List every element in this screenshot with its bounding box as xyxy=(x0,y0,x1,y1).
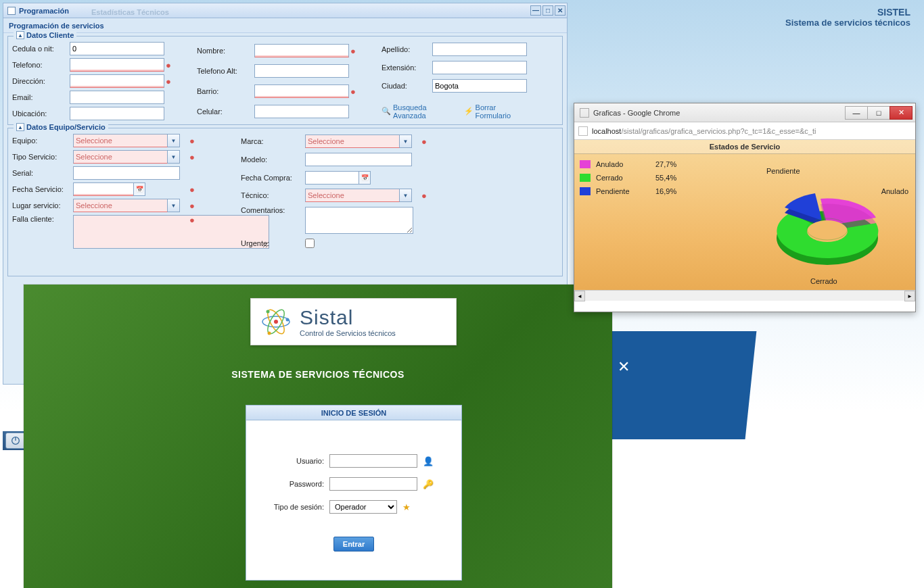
window-subtitle: Programación de servicios xyxy=(3,18,567,33)
label-lugar: Lugar servicio: xyxy=(12,201,73,210)
modelo-input[interactable] xyxy=(305,153,412,166)
chart-title: Estados de Servicio xyxy=(574,140,915,154)
fieldset-datos-cliente: ▲ Datos Cliente Cedula o nit: Telefono: … xyxy=(7,36,563,125)
warn-icon: ● xyxy=(420,191,432,201)
warn-icon: ● xyxy=(164,60,177,70)
ubicacion-input[interactable] xyxy=(70,107,164,120)
tipo-select[interactable] xyxy=(73,150,168,164)
fieldset-legend[interactable]: ▲ Datos Cliente xyxy=(14,31,76,39)
svg-point-10 xyxy=(807,220,848,242)
tecnico-select[interactable] xyxy=(305,189,400,202)
falla-textarea[interactable] xyxy=(73,215,269,249)
label-usuario: Usuario: xyxy=(260,457,324,465)
telefono-input[interactable] xyxy=(70,58,164,72)
chart-legend: Anulado27,7%Cerrado55,4%Pendiente16,9% xyxy=(580,160,676,195)
window-icon xyxy=(7,7,16,15)
serial-input[interactable] xyxy=(73,166,180,180)
pie-chart: Pendiente Anulado Cerrado xyxy=(753,167,902,289)
address-bar[interactable]: localhost/sistal/graficas/grafica_servic… xyxy=(574,122,915,140)
chrome-title: Graficas - Google Chrome xyxy=(593,109,846,117)
close-button[interactable]: ✕ xyxy=(890,106,913,120)
scroll-right-icon[interactable]: ► xyxy=(904,291,915,301)
label-celular: Celular: xyxy=(197,107,254,116)
warn-icon: ● xyxy=(188,201,200,211)
logo-box: Sistal Control de Servicios técnicos xyxy=(250,298,457,345)
calendar-icon[interactable]: 📅 xyxy=(133,182,145,196)
marca-select[interactable] xyxy=(305,134,400,148)
chevron-down-icon[interactable]: ▼ xyxy=(168,199,180,212)
app-subtitle: Sistema de servicios técnicos xyxy=(785,18,910,28)
busqueda-avanzada-link[interactable]: 🔍Busqueda Avanzada xyxy=(382,103,454,120)
chevron-down-icon[interactable]: ▼ xyxy=(400,189,412,202)
label-fserv: Fecha Servicio: xyxy=(12,185,73,193)
logo-text: Sistal Control de Servicios técnicos xyxy=(300,306,396,337)
lugar-select[interactable] xyxy=(73,199,168,212)
extension-input[interactable] xyxy=(432,61,527,74)
window-titlebar[interactable]: Programación Estadísticas Técnicos — □ ✕ xyxy=(3,3,567,18)
label-extension: Extensión: xyxy=(382,64,432,72)
direccion-input[interactable] xyxy=(70,74,164,88)
warn-icon: ● xyxy=(164,76,177,87)
legend-row: Cerrado55,4% xyxy=(580,174,676,182)
legend-value: 27,7% xyxy=(655,160,676,168)
ciudad-input[interactable] xyxy=(432,79,527,93)
cedula-input[interactable] xyxy=(70,42,164,55)
maximize-button[interactable]: □ xyxy=(867,106,890,120)
minimize-button[interactable]: — xyxy=(845,106,868,120)
chevron-down-icon[interactable]: ▼ xyxy=(168,134,180,147)
legend-name: Cerrado xyxy=(596,174,643,182)
ghost-tab: Estadísticas Técnicos xyxy=(91,8,169,16)
chrome-titlebar[interactable]: Graficas - Google Chrome — □ ✕ xyxy=(574,103,915,122)
label-barrio: Barrio: xyxy=(197,87,254,95)
atom-icon xyxy=(259,305,293,339)
apellido-input[interactable] xyxy=(432,43,527,56)
slice-label-anulado: Anulado xyxy=(881,187,908,195)
chevron-down-icon[interactable]: ▼ xyxy=(168,150,180,164)
calendar-icon[interactable]: 📅 xyxy=(359,171,371,185)
fieldset-legend[interactable]: ▲ Datos Equipo/Servicio xyxy=(14,123,108,131)
telalt-input[interactable] xyxy=(254,64,349,78)
chrome-window: Graficas - Google Chrome — □ ✕ localhost… xyxy=(574,103,916,312)
label-apellido: Apellido: xyxy=(382,45,432,53)
login-header: INICIO DE SESIÓN xyxy=(246,406,461,420)
usuario-input[interactable] xyxy=(329,454,417,468)
legend-name: Pendiente xyxy=(596,187,643,195)
maximize-button[interactable]: □ xyxy=(542,5,553,16)
celular-input[interactable] xyxy=(254,105,349,118)
window-title: Programación xyxy=(19,7,69,15)
app-title: SISTEL xyxy=(785,7,910,18)
login-overlay: Sistal Control de Servicios técnicos SIS… xyxy=(24,285,612,588)
label-email: Email: xyxy=(12,93,70,101)
password-input[interactable] xyxy=(329,477,417,491)
fecha-servicio-input[interactable] xyxy=(73,182,134,196)
borrar-formulario-link[interactable]: ⚡Borrar Formulario xyxy=(464,103,527,120)
swatch-icon xyxy=(580,160,591,168)
entrar-button[interactable]: Entrar xyxy=(333,537,374,552)
login-panel: INICIO DE SESIÓN Usuario: 👤 Password: 🔑 … xyxy=(246,405,462,581)
search-icon: 🔍 xyxy=(382,107,391,116)
nombre-input[interactable] xyxy=(254,44,349,57)
user-icon: 👤 xyxy=(423,456,434,466)
scroll-left-icon[interactable]: ◄ xyxy=(574,291,585,301)
chevron-down-icon[interactable]: ▼ xyxy=(400,134,412,148)
tipo-sesion-select[interactable]: Operador xyxy=(329,500,397,514)
barrio-input[interactable] xyxy=(254,84,349,98)
svg-point-6 xyxy=(286,318,290,322)
fecha-compra-input[interactable] xyxy=(305,171,359,185)
horizontal-scrollbar[interactable]: ◄ ► xyxy=(574,290,915,301)
urgente-checkbox[interactable] xyxy=(305,239,315,248)
swatch-icon xyxy=(580,174,591,182)
label-coment: Comentarios: xyxy=(241,206,305,214)
email-input[interactable] xyxy=(70,91,164,104)
equipo-select[interactable] xyxy=(73,134,168,147)
collapse-icon[interactable]: ▲ xyxy=(16,31,24,39)
comentarios-textarea[interactable] xyxy=(305,207,413,234)
collapse-icon[interactable]: ▲ xyxy=(16,123,24,131)
start-button[interactable] xyxy=(5,433,26,449)
close-button[interactable]: ✕ xyxy=(555,5,565,16)
label-telefono: Telefono: xyxy=(12,61,70,69)
decor-panel: ✕ xyxy=(597,331,757,439)
warn-icon: ● xyxy=(188,136,200,146)
key-icon: 🔑 xyxy=(423,479,434,489)
minimize-button[interactable]: — xyxy=(530,5,541,16)
